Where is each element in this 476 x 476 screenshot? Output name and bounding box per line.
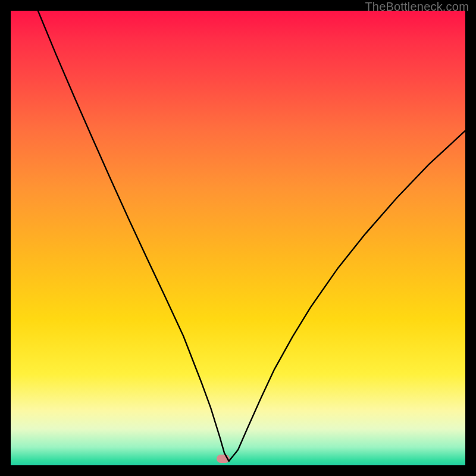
plot-area <box>11 11 465 465</box>
bottleneck-curve <box>11 11 465 465</box>
chart-frame: TheBottleneck.com <box>0 0 476 476</box>
curve-path <box>38 11 465 461</box>
watermark-text: TheBottleneck.com <box>365 0 469 14</box>
